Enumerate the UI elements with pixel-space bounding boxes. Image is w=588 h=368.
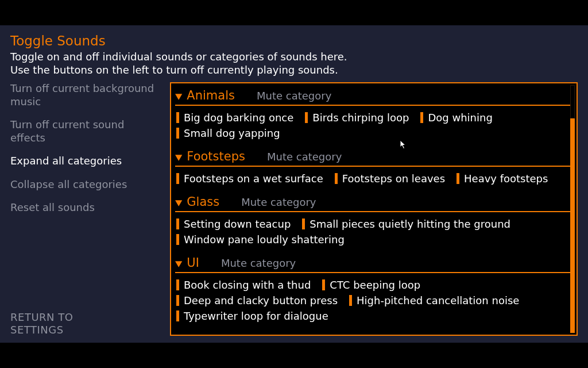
sound-toggle[interactable]: Big dog barking once (176, 112, 293, 124)
sound-toggle[interactable]: Setting down teacup (176, 218, 291, 230)
sound-toggle[interactable]: Book closing with a thud (176, 279, 311, 291)
scrollbar-thumb[interactable] (570, 85, 575, 118)
collapse-arrow-icon: ▼ (175, 259, 182, 268)
sound-label: Footsteps on leaves (342, 172, 445, 185)
sound-enabled-icon (176, 218, 179, 229)
sound-items: Footsteps on a wet surface Footsteps on … (175, 171, 571, 185)
page-subtitle: Toggle on and off individual sounds or c… (10, 51, 578, 76)
page-title: Toggle Sounds (10, 33, 578, 48)
sidebar-item-expand-all[interactable]: Expand all categories (10, 155, 161, 168)
category-ui: ▼ UI Mute category Book closing with a t… (175, 256, 571, 322)
sound-enabled-icon (176, 112, 179, 123)
body-area: Turn off current background music Turn o… (10, 82, 578, 343)
sound-toggle[interactable]: Window pane loudly shattering (176, 233, 345, 246)
category-divider (175, 211, 571, 212)
sound-label: High-pitched cancellation noise (357, 294, 519, 306)
sound-list-frame: ▼ Animals Mute category Big dog barking … (170, 82, 578, 336)
category-title: Glass (187, 195, 219, 209)
sound-enabled-icon (420, 112, 423, 123)
sound-label: Big dog barking once (184, 112, 293, 124)
category-title: Footsteps (187, 150, 245, 163)
sound-label: Typewriter loop for dialogue (184, 310, 328, 322)
category-header[interactable]: ▼ UI Mute category (175, 256, 571, 272)
sound-label: Heavy footsteps (464, 172, 548, 185)
sound-items: Big dog barking once Birds chirping loop… (175, 110, 571, 139)
sound-label: Birds chirping loop (312, 112, 409, 124)
sidebar: Turn off current background music Turn o… (10, 82, 161, 343)
category-divider (175, 166, 571, 167)
sound-enabled-icon (176, 279, 179, 290)
mute-category-button[interactable]: Mute category (267, 151, 342, 163)
sound-enabled-icon (176, 310, 179, 321)
sound-enabled-icon (302, 218, 305, 229)
sound-toggle[interactable]: Footsteps on a wet surface (176, 172, 323, 185)
sound-toggle[interactable]: CTC beeping loop (322, 279, 420, 291)
sound-toggle[interactable]: Small pieces quietly hitting the ground (302, 218, 510, 230)
settings-panel: Toggle Sounds Toggle on and off individu… (0, 25, 588, 343)
category-footsteps: ▼ Footsteps Mute category Footsteps on a… (175, 150, 571, 185)
mute-category-button[interactable]: Mute category (257, 90, 331, 102)
category-header[interactable]: ▼ Footsteps Mute category (175, 150, 571, 166)
sound-label: CTC beeping loop (330, 279, 420, 291)
sound-toggle[interactable]: Typewriter loop for dialogue (176, 310, 328, 322)
sound-enabled-icon (305, 112, 308, 123)
category-animals: ▼ Animals Mute category Big dog barking … (175, 89, 571, 139)
category-divider (175, 272, 571, 273)
sound-label: Deep and clacky button press (184, 294, 338, 306)
mute-category-button[interactable]: Mute category (241, 196, 316, 208)
sound-enabled-icon (176, 128, 179, 139)
sound-label: Book closing with a thud (184, 279, 311, 291)
category-title: Animals (187, 89, 235, 102)
sound-enabled-icon (176, 173, 179, 184)
mute-category-button[interactable]: Mute category (221, 257, 296, 269)
sidebar-item-turn-off-music[interactable]: Turn off current background music (10, 82, 161, 108)
sound-list-scroll[interactable]: ▼ Animals Mute category Big dog barking … (173, 85, 577, 333)
sound-label: Footsteps on a wet surface (184, 172, 323, 185)
sound-enabled-icon (176, 234, 179, 245)
category-divider (175, 105, 571, 106)
sound-enabled-icon (335, 173, 338, 184)
sidebar-item-reset-sounds[interactable]: Reset all sounds (10, 201, 161, 214)
collapse-arrow-icon: ▼ (175, 91, 182, 101)
sound-label: Setting down teacup (184, 218, 291, 230)
sound-toggle[interactable]: Heavy footsteps (457, 172, 548, 185)
sound-toggle[interactable]: Dog whining (420, 112, 492, 124)
sound-enabled-icon (349, 295, 352, 306)
subtitle-line-2: Use the buttons on the left to turn off … (10, 64, 338, 76)
sidebar-item-collapse-all[interactable]: Collapse all categories (10, 178, 161, 191)
sound-items: Setting down teacup Small pieces quietly… (175, 217, 571, 246)
sound-label: Window pane loudly shattering (184, 233, 345, 246)
sound-label: Small pieces quietly hitting the ground (310, 218, 510, 230)
sound-enabled-icon (322, 279, 325, 290)
category-header[interactable]: ▼ Glass Mute category (175, 195, 571, 211)
sound-toggle[interactable]: Birds chirping loop (305, 112, 409, 124)
return-label: RETURN TOSETTINGS (10, 311, 73, 336)
sound-enabled-icon (457, 173, 459, 184)
category-glass: ▼ Glass Mute category Setting down teacu… (175, 195, 571, 246)
return-to-settings-button[interactable]: RETURN TOSETTINGS (10, 311, 161, 337)
scrollbar-track[interactable] (570, 85, 575, 333)
sound-toggle[interactable]: Footsteps on leaves (335, 172, 445, 185)
sound-label: Small dog yapping (184, 127, 280, 139)
sound-label: Dog whining (428, 112, 492, 124)
collapse-arrow-icon: ▼ (175, 198, 182, 207)
sound-toggle[interactable]: High-pitched cancellation noise (349, 294, 519, 306)
sidebar-item-turn-off-sfx[interactable]: Turn off current sound effects (10, 118, 161, 144)
sound-toggle[interactable]: Small dog yapping (176, 127, 280, 139)
sound-toggle[interactable]: Deep and clacky button press (176, 294, 338, 306)
subtitle-line-1: Toggle on and off individual sounds or c… (10, 51, 347, 63)
category-header[interactable]: ▼ Animals Mute category (175, 89, 571, 105)
category-title: UI (187, 256, 199, 270)
collapse-arrow-icon: ▼ (175, 152, 182, 162)
sound-enabled-icon (176, 295, 179, 306)
sound-items: Book closing with a thud CTC beeping loo… (175, 278, 571, 322)
